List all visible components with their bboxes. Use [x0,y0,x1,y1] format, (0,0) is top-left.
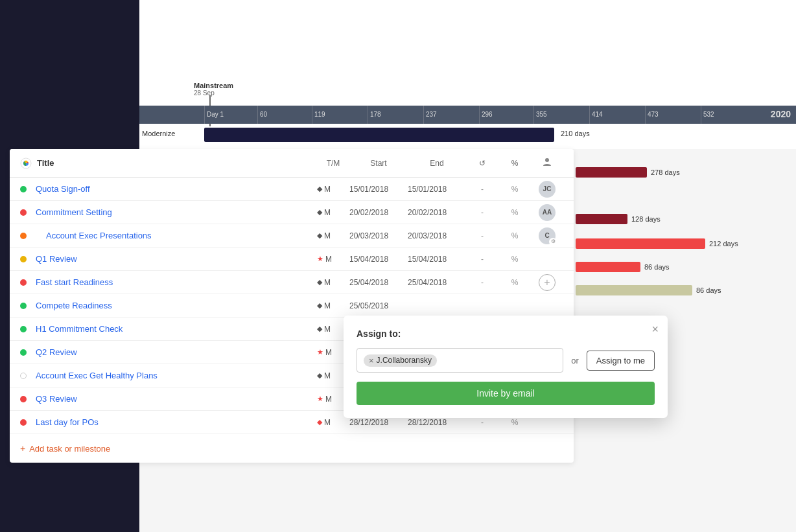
or-text: or [571,356,579,365]
tick-296: 296 [479,106,493,124]
row-end: 25/04/2018 [408,278,466,287]
row-title[interactable]: Last day for POs [33,417,317,427]
status-dot [20,419,27,426]
plus-icon: + [20,443,25,454]
year-label: 2020 [771,109,791,119]
row-tm: ◆ M [317,278,349,287]
row-tm: ★ M [317,255,349,264]
google-icon [20,157,32,169]
table-row: Compete Readiness ◆ M 25/05/2018 [10,294,574,318]
add-person-button[interactable]: + [539,274,556,291]
row-start: 28/12/2018 [349,418,408,427]
row-title[interactable]: Q3 Review [33,394,317,404]
row-end: 15/04/2018 [408,255,466,264]
row-end: 20/03/2018 [408,231,466,240]
row-title[interactable]: Q2 Review [33,347,317,357]
bar-label-4: 86 days [644,263,670,271]
row-percent: % [498,208,531,217]
row-title[interactable]: Commitment Setting [33,207,317,217]
tick-60: 60 [257,106,267,124]
row-title[interactable]: Compete Readiness [33,301,317,310]
table-row: Q1 Review ★ M 15/04/2018 15/04/2018 - % [10,248,574,271]
row-tm: ◆ M [317,301,349,310]
gantt-chart-area: Mainstream 28 Sep Day 1 60 119 178 237 2… [139,0,796,149]
header-person [531,157,563,169]
status-dot [20,186,27,192]
tick-day1: Day 1 [204,106,224,124]
invite-by-email-button[interactable]: Invite by email [357,382,655,405]
tick-532: 532 [701,106,714,124]
row-start: 20/02/2018 [349,208,408,217]
modernize-days: 210 days [561,130,590,137]
status-dot [20,349,27,356]
header-start: Start [349,159,408,168]
row-title[interactable]: Account Exec Presentations [33,231,317,240]
row-person: C ⚙ [531,227,563,244]
row-start: 25/05/2018 [349,301,408,310]
status-dot-empty [20,373,27,379]
add-task-button[interactable]: + Add task or milestone [10,434,574,463]
avatar: JC [539,181,556,198]
mainstream-date: 28 Sep [194,89,215,97]
row-start: 15/01/2018 [349,185,408,194]
table-row: Account Exec Presentations ◆ M 20/03/201… [10,224,574,248]
row-end: 28/12/2018 [408,418,466,427]
header-end: End [408,159,466,168]
modernize-bar [204,128,554,142]
row-percent: % [498,278,531,287]
row-clock: - [466,278,498,287]
close-button[interactable]: × [651,323,659,335]
row-start: 25/04/2018 [349,278,408,287]
table-header: Title T/M Start End ↺ % [10,149,574,178]
gantt-right-bars: 278 days 128 days 212 days 86 days 86 da… [576,156,796,302]
add-task-label: Add task or milestone [29,444,110,454]
status-dot [20,279,27,286]
bar-label-5: 86 days [696,286,721,294]
bar-3 [576,238,705,249]
row-title[interactable]: Q1 Review [33,254,317,264]
table-row: Quota Sign-off ◆ M 15/01/2018 15/01/2018… [10,178,574,201]
avatar-with-gear: C ⚙ [539,227,556,244]
row-title[interactable]: Account Exec Get Healthy Plans [33,371,317,380]
tick-355: 355 [533,106,547,124]
header-tm: T/M [317,159,349,168]
row-percent: % [498,231,531,240]
assign-input[interactable]: × J.Collaboransky [357,348,563,373]
header-title-text: Title [37,158,54,168]
row-person: AA [531,204,563,221]
status-dot [20,256,27,262]
gear-badge: ⚙ [549,238,557,246]
remove-assignee-button[interactable]: × [369,356,374,365]
row-title[interactable]: H1 Commitment Check [33,324,317,334]
tick-119: 119 [312,106,325,124]
row-tm: ◆ M [317,185,349,194]
bar-2 [576,214,627,224]
row-clock: - [466,185,498,194]
timeline-bar [139,106,796,124]
row-tm: ◆ M [317,418,349,427]
header-clock: ↺ [466,159,498,168]
row-tm: ◆ M [317,231,349,240]
bar-4 [576,262,640,272]
row-tm: ◆ M [317,208,349,217]
tick-237: 237 [423,106,437,124]
bar-label-2: 128 days [631,215,661,223]
assign-to-me-button[interactable]: Assign to me [587,351,655,371]
row-percent: % [498,185,531,194]
row-person: + [531,274,563,291]
row-start: 15/04/2018 [349,255,408,264]
mainstream-label: Mainstream [194,82,233,89]
row-title[interactable]: Fast start Readiness [33,277,317,287]
row-end: 15/01/2018 [408,185,466,194]
assignee-tag: × J.Collaboransky [364,354,437,367]
popup-title: Assign to: [357,329,655,339]
assignee-name: J.Collaboransky [377,356,432,365]
row-clock: - [466,208,498,217]
tick-178: 178 [368,106,381,124]
svg-point-1 [545,158,549,162]
assign-row: × J.Collaboransky or Assign to me [357,348,655,373]
bar-1 [576,167,647,178]
row-percent: % [498,418,531,427]
row-clock: - [466,255,498,264]
row-title[interactable]: Quota Sign-off [33,184,317,194]
